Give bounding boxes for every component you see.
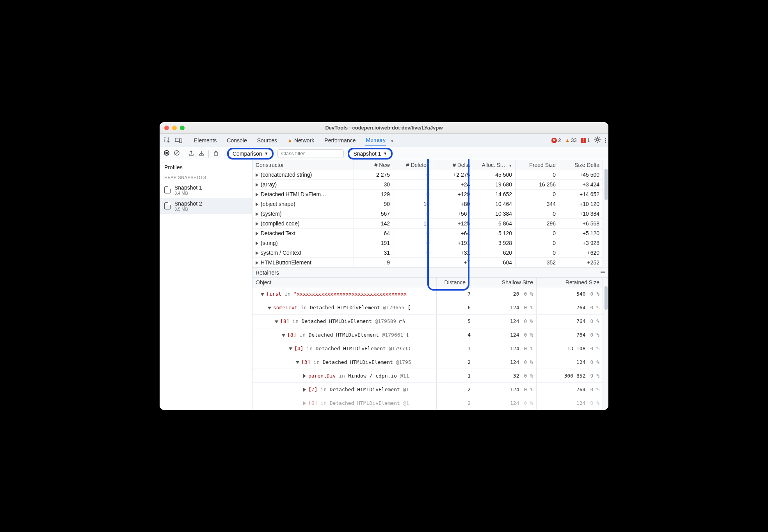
table-row[interactable]: (compiled code)14217+1256 864296+6 568 bbox=[252, 219, 603, 229]
tab-sources[interactable]: Sources bbox=[256, 135, 278, 146]
svg-point-3 bbox=[596, 138, 599, 141]
expand-icon[interactable] bbox=[268, 307, 272, 309]
snapshot-item[interactable]: Snapshot 13.4 MB bbox=[160, 182, 252, 198]
expand-icon[interactable] bbox=[256, 261, 258, 265]
save-profile-icon[interactable] bbox=[198, 150, 204, 157]
minimize-icon[interactable] bbox=[172, 126, 177, 130]
column-header[interactable]: # New bbox=[354, 160, 393, 170]
expand-icon[interactable] bbox=[275, 320, 279, 323]
record-icon[interactable] bbox=[164, 150, 170, 157]
zoom-icon[interactable] bbox=[180, 126, 185, 130]
expand-icon[interactable] bbox=[282, 334, 286, 337]
column-header[interactable]: Distance bbox=[437, 278, 474, 287]
expand-icon[interactable] bbox=[256, 222, 258, 226]
svg-line-10 bbox=[596, 141, 596, 142]
scrollbar[interactable] bbox=[603, 278, 608, 410]
expand-icon[interactable] bbox=[256, 212, 258, 216]
snapshot-icon bbox=[164, 202, 171, 209]
svg-line-9 bbox=[599, 141, 600, 142]
tab-network[interactable]: ▲Network bbox=[286, 135, 315, 146]
element-picker-icon[interactable] bbox=[164, 137, 171, 144]
memory-toolbar: Comparison▼ Snapshot 1▼ bbox=[160, 147, 608, 160]
expand-icon[interactable] bbox=[296, 361, 300, 364]
clear-icon[interactable] bbox=[174, 150, 180, 157]
column-header[interactable]: # Deleted bbox=[393, 160, 433, 170]
table-row[interactable]: (system)5670+56710 3840+10 384 bbox=[252, 209, 603, 219]
expand-icon[interactable] bbox=[303, 401, 306, 405]
expand-icon[interactable] bbox=[303, 374, 306, 378]
devtools-window: DevTools - codepen.io/web-dot-dev/live/L… bbox=[160, 122, 608, 410]
expand-icon[interactable] bbox=[289, 348, 293, 350]
table-row[interactable]: [8] in Detached HTMLDivElement @179661 [… bbox=[252, 328, 603, 342]
error-count[interactable]: ✕2 bbox=[551, 137, 561, 143]
column-header[interactable]: Object bbox=[252, 278, 437, 287]
table-row[interactable]: HTMLButtonElement92+7604352+252 bbox=[252, 258, 603, 268]
expand-icon[interactable] bbox=[256, 183, 258, 187]
expand-icon[interactable] bbox=[256, 173, 258, 177]
warning-count[interactable]: ▲33 bbox=[565, 137, 576, 143]
svg-line-11 bbox=[599, 138, 600, 138]
table-row[interactable]: system / Context310+316200+620 bbox=[252, 248, 603, 258]
column-header[interactable]: Size Delta bbox=[559, 160, 603, 170]
chevron-down-icon: ▼ bbox=[383, 151, 387, 156]
more-menu-icon[interactable] bbox=[605, 138, 606, 143]
expand-icon[interactable] bbox=[256, 202, 258, 206]
scrollbar[interactable] bbox=[603, 160, 608, 268]
table-row[interactable]: [7] in Detached HTMLDivElement @121240 %… bbox=[252, 383, 603, 396]
tab-elements[interactable]: Elements bbox=[193, 135, 217, 146]
table-row[interactable]: Detached Text640+645 1200+5 120 bbox=[252, 229, 603, 238]
column-header[interactable]: Alloc. Si… bbox=[473, 160, 516, 170]
table-row[interactable]: Detached HTMLDivElem…1290+12914 6520+14 … bbox=[252, 190, 603, 199]
table-row[interactable]: (concatenated string)2 2750+2 27545 5000… bbox=[252, 170, 603, 180]
tab-console[interactable]: Console bbox=[226, 135, 247, 146]
retainers-header: Retainers bbox=[252, 268, 608, 278]
retainers-title: Retainers bbox=[256, 270, 279, 276]
table-row[interactable]: (array)306+2419 68016 256+3 424 bbox=[252, 180, 603, 190]
expand-icon[interactable] bbox=[261, 293, 265, 296]
column-header[interactable]: Freed Size bbox=[516, 160, 559, 170]
expand-icon[interactable] bbox=[256, 193, 258, 197]
more-tabs-icon[interactable]: » bbox=[390, 137, 393, 144]
table-row[interactable]: someText in Detached HTMLDivElement @179… bbox=[252, 301, 603, 314]
column-header[interactable]: Constructor bbox=[252, 160, 354, 170]
expand-icon[interactable] bbox=[256, 251, 258, 255]
panel-body: Profiles HEAP SNAPSHOTS Snapshot 13.4 MB… bbox=[160, 160, 608, 410]
table-row[interactable]: [6] in Detached HTMLDivElement @121240 %… bbox=[252, 396, 603, 410]
table-row[interactable]: [4] in Detached HTMLDivElement @17959331… bbox=[252, 342, 603, 355]
snapshot-item[interactable]: Snapshot 23.5 MB bbox=[160, 198, 252, 214]
main-pane: Constructor# New# Deleted# DeltaAlloc. S… bbox=[252, 160, 608, 410]
settings-icon[interactable] bbox=[594, 136, 601, 144]
table-row[interactable]: parentDiv in Window / cdpn.io @111320 %3… bbox=[252, 369, 603, 383]
sidebar-section: HEAP SNAPSHOTS bbox=[160, 173, 252, 182]
expand-icon[interactable] bbox=[256, 241, 258, 245]
comparison-table: Constructor# New# Deleted# DeltaAlloc. S… bbox=[252, 160, 608, 268]
table-row[interactable]: [3] in Detached HTMLDivElement @17952124… bbox=[252, 355, 603, 369]
svg-point-13 bbox=[165, 152, 168, 154]
tab-memory[interactable]: Memory bbox=[365, 135, 386, 146]
retainers-table: ObjectDistanceShallow SizeRetained Size … bbox=[252, 278, 608, 410]
tab-performance[interactable]: Performance bbox=[324, 135, 356, 146]
baseline-select[interactable]: Snapshot 1▼ bbox=[348, 148, 393, 160]
load-profile-icon[interactable] bbox=[188, 150, 194, 157]
expand-icon[interactable] bbox=[303, 388, 306, 392]
column-header[interactable]: Retained Size bbox=[537, 278, 603, 287]
table-row[interactable]: [8] in Detached HTMLDivElement @179589 ▢… bbox=[252, 314, 603, 328]
table-row[interactable]: (string)1910+1913 9280+3 928 bbox=[252, 238, 603, 248]
snapshot-icon bbox=[164, 186, 171, 193]
view-select[interactable]: Comparison▼ bbox=[227, 148, 274, 160]
profiles-sidebar: Profiles HEAP SNAPSHOTS Snapshot 13.4 MB… bbox=[160, 160, 252, 410]
table-row[interactable]: first in "xxxxxxxxxxxxxxxxxxxxxxxxxxxxxx… bbox=[252, 287, 603, 301]
retainers-menu-icon[interactable] bbox=[601, 271, 605, 275]
column-header[interactable]: # Delta bbox=[433, 160, 473, 170]
device-toolbar-icon[interactable] bbox=[175, 137, 182, 144]
devtools-tab-bar: ElementsConsoleSources▲NetworkPerformanc… bbox=[160, 134, 608, 147]
sidebar-title: Profiles bbox=[160, 160, 252, 173]
close-icon[interactable] bbox=[164, 126, 169, 130]
class-filter-input[interactable] bbox=[277, 149, 344, 158]
svg-rect-1 bbox=[175, 138, 180, 142]
issues-count[interactable]: !1 bbox=[581, 137, 590, 143]
expand-icon[interactable] bbox=[256, 232, 258, 236]
column-header[interactable]: Shallow Size bbox=[474, 278, 537, 287]
table-row[interactable]: (object shape)9010+8010 464344+10 120 bbox=[252, 199, 603, 209]
collect-garbage-icon[interactable] bbox=[213, 150, 219, 157]
